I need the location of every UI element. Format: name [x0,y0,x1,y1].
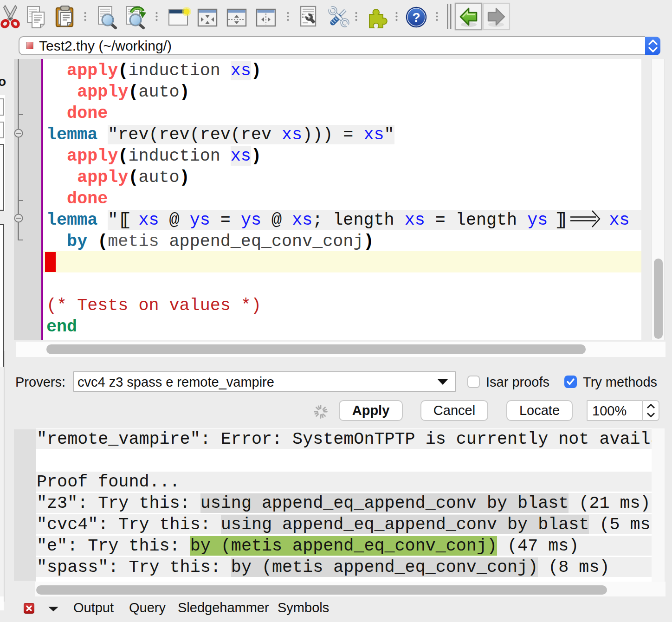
svg-text:?: ? [412,10,420,25]
